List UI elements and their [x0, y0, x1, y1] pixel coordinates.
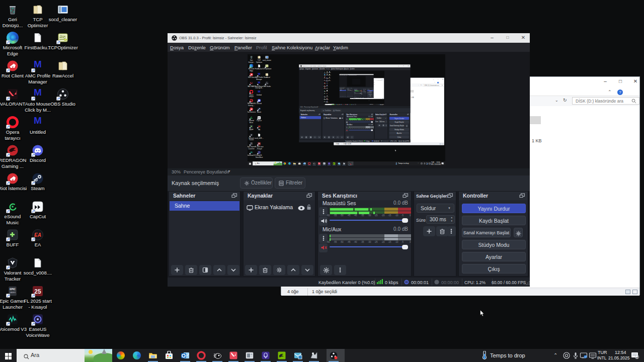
svg-text:25: 25 — [258, 143, 260, 145]
svg-text:EA: EA — [34, 232, 41, 238]
svg-text:1: 1 — [443, 163, 443, 164]
svg-text:EPIC: EPIC — [10, 288, 16, 291]
svg-text:GAMES: GAMES — [10, 292, 16, 294]
svg-text:EA: EA — [258, 126, 260, 128]
svg-text:1: 1 — [636, 355, 638, 359]
svg-text:25: 25 — [34, 288, 41, 295]
svg-text:GAMES: GAMES — [251, 143, 253, 144]
